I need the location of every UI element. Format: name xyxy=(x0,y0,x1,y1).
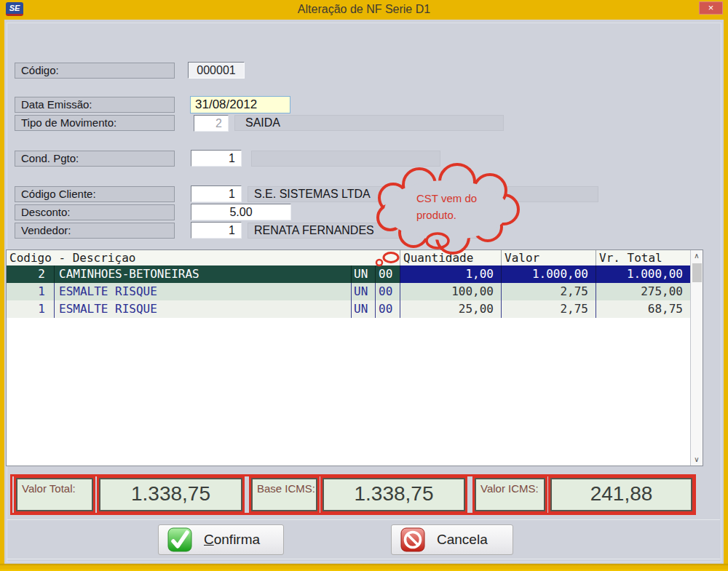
window-border-right xyxy=(724,20,728,571)
dialog-window: SE Alteração de NF Serie D1 × Código: 00… xyxy=(0,0,728,571)
window-title: Alteração de NF Serie D1 xyxy=(0,3,728,16)
window-border-bottom xyxy=(0,564,728,571)
window-border-left xyxy=(0,20,4,571)
annotation-bubble: CST vem do produto. xyxy=(0,0,728,571)
annotation-text-line1: CST vem do xyxy=(416,192,477,204)
annotation-text-line2: produto. xyxy=(416,209,456,221)
close-icon[interactable]: × xyxy=(699,1,723,15)
title-bar[interactable]: SE Alteração de NF Serie D1 × xyxy=(0,0,728,20)
